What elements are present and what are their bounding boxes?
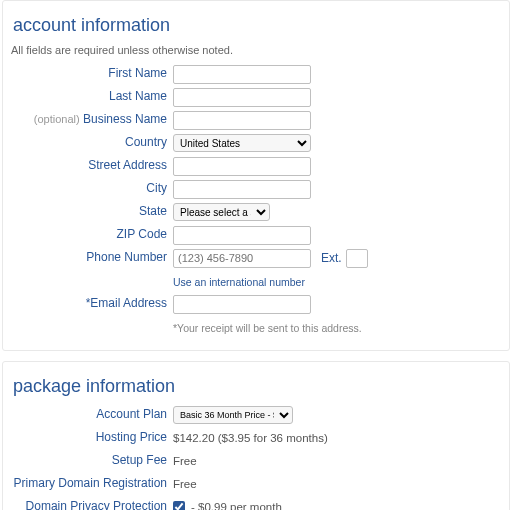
row-setup-fee: Setup Fee Free [11, 451, 501, 471]
last-name-input[interactable] [173, 88, 311, 107]
label-country: Country [11, 135, 173, 151]
country-select[interactable]: United States [173, 134, 311, 152]
receipt-note: *Your receipt will be sent to this addre… [173, 322, 362, 334]
value-hosting-price: $142.20 ($3.95 for 36 months) [173, 432, 501, 444]
row-phone-hint: Use an international number [11, 271, 501, 291]
required-note: All fields are required unless otherwise… [11, 44, 501, 56]
business-name-input[interactable] [173, 111, 311, 130]
row-zip: ZIP Code [11, 225, 501, 245]
label-primary-domain: Primary Domain Registration [11, 476, 173, 492]
package-information-section: package information Account Plan Basic 3… [2, 361, 510, 510]
privacy-checkbox[interactable] [173, 501, 185, 510]
row-plan: Account Plan Basic 36 Month Price - $3.9… [11, 405, 501, 425]
row-first-name: First Name [11, 64, 501, 84]
row-state: State Please select a state [11, 202, 501, 222]
label-ext: Ext. [321, 251, 342, 265]
state-select[interactable]: Please select a state [173, 203, 270, 221]
account-information-section: account information All fields are requi… [2, 0, 510, 351]
intl-number-link[interactable]: Use an international number [173, 276, 305, 288]
row-street: Street Address [11, 156, 501, 176]
label-email: *Email Address [11, 296, 173, 312]
row-email-hint: *Your receipt will be sent to this addre… [11, 317, 501, 337]
ext-input[interactable] [346, 249, 368, 268]
label-zip: ZIP Code [11, 227, 173, 243]
label-state: State [11, 204, 173, 220]
label-setup-fee: Setup Fee [11, 453, 173, 469]
email-input[interactable] [173, 295, 311, 314]
label-street: Street Address [11, 158, 173, 174]
optional-tag: (optional) [34, 113, 80, 125]
value-privacy: - $0.99 per month [191, 501, 282, 510]
label-hosting-price: Hosting Price [11, 430, 173, 446]
row-primary-domain: Primary Domain Registration Free [11, 474, 501, 494]
label-first-name: First Name [11, 66, 173, 82]
label-business-name: (optional) Business Name [11, 112, 173, 128]
label-privacy: Domain Privacy Protection [11, 499, 173, 510]
street-input[interactable] [173, 157, 311, 176]
row-city: City [11, 179, 501, 199]
package-heading: package information [11, 376, 501, 397]
row-privacy: Domain Privacy Protection - $0.99 per mo… [11, 497, 501, 510]
row-business-name: (optional) Business Name [11, 110, 501, 130]
row-email: *Email Address [11, 294, 501, 314]
row-last-name: Last Name [11, 87, 501, 107]
city-input[interactable] [173, 180, 311, 199]
label-phone: Phone Number [11, 250, 173, 266]
label-city: City [11, 181, 173, 197]
row-phone: Phone Number Ext. [11, 248, 501, 268]
label-plan: Account Plan [11, 407, 173, 423]
plan-select[interactable]: Basic 36 Month Price - $3.95/mo. [173, 406, 293, 424]
first-name-input[interactable] [173, 65, 311, 84]
value-primary-domain: Free [173, 478, 501, 490]
row-country: Country United States [11, 133, 501, 153]
zip-input[interactable] [173, 226, 311, 245]
account-heading: account information [11, 15, 501, 36]
phone-input[interactable] [173, 249, 311, 268]
row-hosting-price: Hosting Price $142.20 ($3.95 for 36 mont… [11, 428, 501, 448]
label-last-name: Last Name [11, 89, 173, 105]
value-setup-fee: Free [173, 455, 501, 467]
